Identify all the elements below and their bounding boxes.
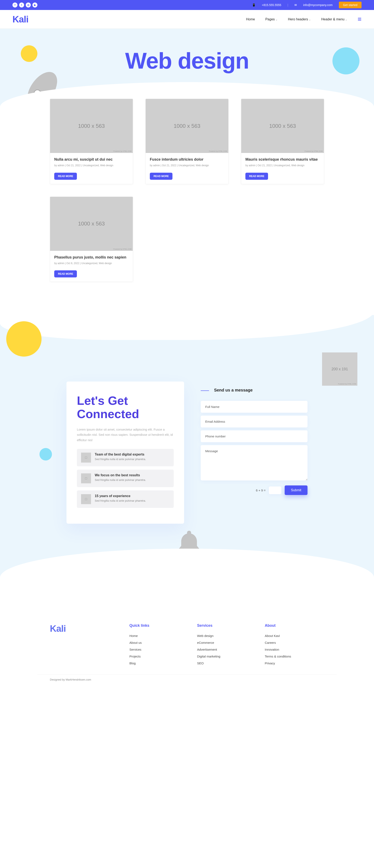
message-field[interactable] [201, 445, 308, 480]
feature-text: Sed fringilla nulla id ante pulvinar pha… [95, 457, 146, 461]
sun-decoration [21, 45, 37, 62]
mail-icon: ✉ [294, 3, 297, 7]
footer-link[interactable]: Advertisement [197, 648, 257, 651]
copyright: Designed by MarkHendriksen.com [37, 675, 337, 687]
submit-button[interactable]: Submit [285, 486, 308, 495]
topbar: f t ◎ ▶ 📱 +815.555.5555 | ✉ info@mycompa… [0, 0, 374, 10]
post-title[interactable]: Mauris scelerisque rhoncus mauris vitae [245, 157, 320, 162]
footer-column: Services Web design eCommerce Advertisem… [197, 623, 257, 668]
get-started-button[interactable]: Get started [339, 2, 362, 8]
post-card: 1000 x 563 Mauris scelerisque rhoncus ma… [241, 99, 324, 184]
topbar-phone[interactable]: +815.555.5555 [262, 3, 281, 7]
post-thumbnail[interactable]: 1000 x 563 [50, 197, 133, 251]
gray-placeholder: 200 x 191 [322, 352, 357, 386]
contact-form: Send us a message 6 + 9 = Submit [201, 381, 308, 524]
yellow-circle-decoration [6, 321, 41, 356]
footer-column: Quick links Home About us Services Proje… [129, 623, 189, 668]
footer-heading: Quick links [129, 623, 189, 628]
footer-heading: Services [197, 623, 257, 628]
feature-title: Team of the best digital experts [95, 453, 146, 456]
read-more-button[interactable]: READ MORE [54, 270, 77, 277]
facebook-icon[interactable]: f [12, 2, 18, 7]
post-thumbnail[interactable]: 1000 x 563 [241, 99, 324, 153]
email-field[interactable] [201, 415, 308, 428]
post-card: 1000 x 563 Phasellus purus justo, mollis… [50, 196, 133, 282]
twitter-icon[interactable]: t [19, 2, 24, 7]
footer-link[interactable]: About us [129, 641, 189, 644]
post-title[interactable]: Fusce interdum ultricies dolor [150, 157, 224, 162]
contact-card: Let's Get Connected Lorem ipsum dolor si… [66, 381, 184, 524]
post-meta: by admin | Oct 21, 2022 | Uncategorized,… [54, 163, 129, 167]
feature-title: 15 years of experience [95, 494, 146, 498]
footer-link[interactable]: Digital marketing [197, 655, 257, 658]
footer-link[interactable]: Web design [197, 634, 257, 638]
phone-icon: 📱 [252, 3, 255, 7]
captcha-input[interactable] [269, 487, 281, 494]
footer: Kali Quick links Home About us Services … [37, 615, 337, 675]
contact-subheading: Lorem ipsum dolor sit amet, consectetur … [77, 427, 174, 443]
accent-line [201, 391, 209, 391]
footer-link[interactable]: Terms & conditions [265, 655, 324, 658]
cyan-circle-decoration [39, 448, 52, 461]
footer-link[interactable]: Blog [129, 661, 189, 665]
footer-link[interactable]: Home [129, 634, 189, 638]
hamburger-icon[interactable]: ≡ [357, 16, 362, 23]
youtube-icon[interactable]: ▶ [32, 2, 37, 7]
post-title[interactable]: Nulla arcu mi, suscipit ut dui nec [54, 157, 129, 162]
feature-icon: □ [81, 494, 91, 504]
nav-hero-headers[interactable]: Hero headers [288, 18, 311, 21]
form-title: Send us a message [214, 388, 253, 393]
post-meta: by admin | Oct 8, 2022 | Uncategorized, … [54, 261, 129, 266]
footer-column: About About Kavi Careers Innovation Term… [265, 623, 324, 668]
captcha-label: 6 + 9 = [256, 489, 266, 492]
post-thumbnail[interactable]: 1000 x 563 [146, 99, 228, 153]
feature-item: □ Team of the best digital experts Sed f… [77, 449, 174, 466]
post-card: 1000 x 563 Nulla arcu mi, suscipit ut du… [50, 99, 133, 184]
contact-section: 200 x 191 Let's Get Connected Lorem ipsu… [0, 315, 374, 615]
footer-link[interactable]: Innovation [265, 648, 324, 651]
footer-link[interactable]: eCommerce [197, 641, 257, 644]
feature-item: □ We focus on the best results Sed fring… [77, 470, 174, 487]
footer-heading: About [265, 623, 324, 628]
nav-pages[interactable]: Pages [265, 18, 278, 21]
site-logo[interactable]: Kali [12, 14, 28, 25]
topbar-email[interactable]: info@mycompany.com [303, 3, 333, 7]
social-icons: f t ◎ ▶ [12, 2, 37, 7]
navbar: Kali Home Pages Hero headers Header & me… [0, 10, 374, 29]
main-nav: Home Pages Hero headers Header & menu [246, 18, 347, 21]
post-meta: by admin | Oct 21, 2022 | Uncategorized,… [245, 163, 320, 167]
read-more-button[interactable]: READ MORE [245, 173, 268, 180]
post-card: 1000 x 563 Fusce interdum ultricies dolo… [146, 99, 228, 184]
footer-link[interactable]: Services [129, 648, 189, 651]
phone-field[interactable] [201, 430, 308, 442]
post-title[interactable]: Phasellus purus justo, mollis nec sapien [54, 255, 129, 260]
read-more-button[interactable]: READ MORE [150, 173, 173, 180]
feature-title: We focus on the best results [95, 473, 146, 477]
separator: | [287, 3, 288, 7]
feature-item: □ 15 years of experience Sed fringilla n… [77, 490, 174, 508]
nav-header-menu[interactable]: Header & menu [321, 18, 347, 21]
post-meta: by admin | Oct 21, 2022 | Uncategorized,… [150, 163, 224, 167]
footer-link[interactable]: Projects [129, 655, 189, 658]
blue-circle-decoration [333, 48, 360, 74]
footer-link[interactable]: SEO [197, 661, 257, 665]
contact-heading: Let's Get Connected [77, 394, 174, 421]
feature-icon: □ [81, 473, 91, 483]
footer-logo[interactable]: Kali [50, 623, 121, 634]
footer-link[interactable]: Careers [265, 641, 324, 644]
footer-link[interactable]: Privacy [265, 661, 324, 665]
nav-home[interactable]: Home [246, 18, 255, 21]
name-field[interactable] [201, 401, 308, 413]
post-thumbnail[interactable]: 1000 x 563 [50, 99, 133, 153]
feature-icon: □ [81, 453, 91, 463]
feature-text: Sed fringilla nulla id ante pulvinar pha… [95, 499, 146, 503]
read-more-button[interactable]: READ MORE [54, 173, 77, 180]
feature-text: Sed fringilla nulla id ante pulvinar pha… [95, 478, 146, 482]
page-title: Web design [0, 48, 374, 74]
instagram-icon[interactable]: ◎ [26, 2, 31, 7]
wave-decoration [0, 549, 374, 615]
posts-grid: 1000 x 563 Nulla arcu mi, suscipit ut du… [37, 99, 337, 282]
footer-link[interactable]: About Kavi [265, 634, 324, 638]
